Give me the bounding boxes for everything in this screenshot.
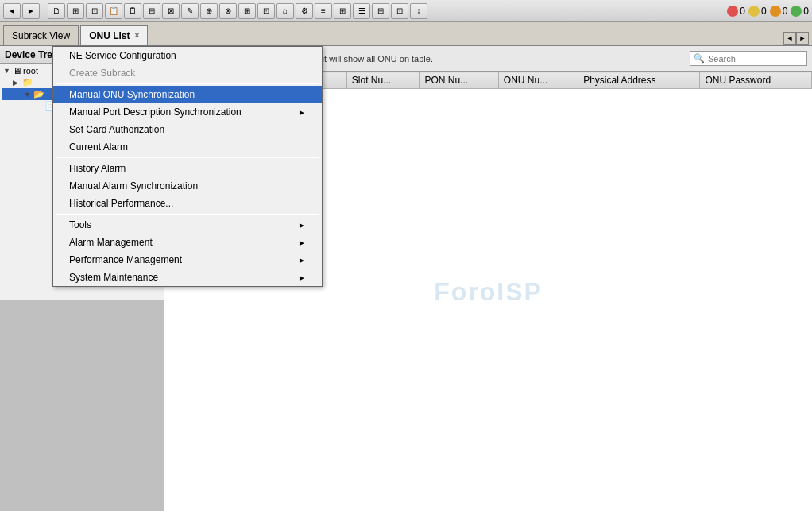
col-slot-num: Slot Nu...	[346, 72, 420, 89]
menu-set-card-label: Set Card Authorization	[69, 124, 164, 135]
menu-tools-label: Tools	[69, 219, 91, 230]
menu-historical-perf[interactable]: Historical Performance...	[53, 195, 322, 212]
green-circle	[791, 6, 802, 17]
yellow-circle	[748, 6, 760, 17]
menu-manual-onu-label: Manual ONU Synchronization	[69, 89, 195, 100]
orange-circle	[770, 6, 781, 17]
toolbar: ◄ ► 🗋 ⊞ ⊡ 📋 🗒 ⊟ ⊠ ✎ ⊕ ⊗ ⊞ ⊡ ⌂ ⚙ ≡ ⊞ ☰ ⊟ …	[0, 0, 812, 22]
menu-alarm-mgmt-label: Alarm Management	[69, 237, 153, 248]
toolbar-btn-14[interactable]: ⚙	[296, 3, 313, 19]
toolbar-btn-10[interactable]: ⊗	[219, 3, 237, 19]
menu-sys-maintenance-label: System Maintenance	[69, 272, 158, 283]
col-pon-num: PON Nu...	[420, 72, 498, 89]
menu-ne-service-config[interactable]: NE Service Configuration	[53, 47, 322, 64]
menu-ne-service-label: NE Service Configuration	[69, 50, 176, 61]
col-physical-address: Physical Address	[578, 72, 700, 89]
tab-onu-list[interactable]: ONU List ×	[80, 25, 148, 45]
tree-label-1	[35, 78, 37, 87]
submenu-arrow-5: ►	[298, 273, 306, 282]
win-control-orange: 0	[770, 6, 788, 17]
watermark: ForoISP	[434, 277, 543, 306]
tree-label-2	[46, 90, 48, 99]
green-label: 0	[803, 6, 809, 17]
menu-separator-3	[56, 214, 319, 215]
toolbar-btn-16[interactable]: ⊞	[334, 3, 351, 19]
tab-subrack-view[interactable]: Subrack View	[3, 25, 79, 45]
toolbar-btn-5[interactable]: 🗒	[124, 3, 141, 19]
toolbar-btn-8[interactable]: ✎	[181, 3, 199, 19]
tab-onu-label: ONU List	[89, 30, 130, 41]
menu-separator-1	[56, 83, 319, 84]
menu-history-alarm-label: History Alarm	[69, 163, 126, 174]
toolbar-btn-11[interactable]: ⊞	[238, 3, 256, 19]
menu-tools[interactable]: Tools ►	[53, 216, 322, 234]
menu-manual-alarm-sync[interactable]: Manual Alarm Synchronization	[53, 177, 322, 195]
toolbar-btn-19[interactable]: ⊡	[391, 3, 408, 19]
toolbar-btn-4[interactable]: 📋	[105, 3, 122, 19]
menu-sys-maintenance[interactable]: System Maintenance ►	[53, 269, 322, 286]
toolbar-btn-15[interactable]: ≡	[315, 3, 332, 19]
win-control-green: 0	[791, 6, 809, 17]
tab-navigation: ◄ ►	[783, 32, 812, 45]
menu-current-alarm[interactable]: Current Alarm	[53, 138, 322, 156]
submenu-arrow-1: ►	[298, 108, 306, 117]
submenu-arrow-3: ►	[298, 238, 306, 247]
menu-history-alarm[interactable]: History Alarm	[53, 160, 322, 177]
tab-close-icon[interactable]: ×	[135, 31, 140, 40]
win-control-yellow: 0	[748, 6, 767, 17]
menu-manual-port-label: Manual Port Description Synchronization	[69, 106, 242, 118]
tree-icon-root: 🖥	[13, 66, 21, 75]
win-control-red: 0	[727, 6, 745, 17]
toolbar-btn-2[interactable]: ⊞	[67, 3, 84, 19]
yellow-label: 0	[761, 6, 767, 17]
menu-historical-perf-label: Historical Performance...	[69, 198, 173, 209]
menu-create-subrack: Create Subrack	[53, 64, 322, 82]
toolbar-btn-17[interactable]: ☰	[353, 3, 370, 19]
toolbar-btn-7[interactable]: ⊠	[162, 3, 180, 19]
menu-perf-mgmt[interactable]: Performance Management ►	[53, 251, 322, 269]
menu-set-card-auth[interactable]: Set Card Authorization	[53, 121, 322, 138]
menu-manual-onu-sync[interactable]: Manual ONU Synchronization	[53, 86, 322, 103]
menu-alarm-mgmt[interactable]: Alarm Management ►	[53, 234, 322, 251]
submenu-arrow-2: ►	[298, 221, 306, 230]
tree-arrow-1: ▶	[13, 79, 22, 87]
toolbar-btn-1[interactable]: 🗋	[48, 3, 65, 19]
window-controls: 0 0 0 0	[727, 6, 809, 17]
toolbar-btn-18[interactable]: ⊟	[372, 3, 389, 19]
menu-manual-port-desc[interactable]: Manual Port Description Synchronization …	[53, 103, 322, 121]
menu-perf-mgmt-label: Performance Management	[69, 254, 182, 265]
tab-bar: Subrack View ONU List × ◄ ►	[0, 22, 812, 46]
col-onu-password: ONU Password	[700, 72, 812, 89]
red-label: 0	[740, 6, 745, 17]
toolbar-btn-20[interactable]: ↕	[410, 3, 427, 19]
forward-button[interactable]: ►	[22, 3, 40, 19]
device-tree-title: Device Tree	[5, 49, 58, 60]
tree-icon-2: 📂	[33, 89, 44, 99]
submenu-arrow-4: ►	[298, 256, 306, 265]
tree-icon-1: 📁	[22, 77, 33, 87]
search-box: 🔍	[690, 51, 807, 66]
back-button[interactable]: ◄	[3, 3, 21, 19]
orange-label: 0	[783, 6, 788, 17]
toolbar-btn-12[interactable]: ⊡	[257, 3, 275, 19]
tree-arrow-2: ▼	[24, 91, 33, 99]
toolbar-btn-9[interactable]: ⊕	[200, 3, 218, 19]
search-icon: 🔍	[694, 53, 705, 64]
toolbar-btn-13[interactable]: ⌂	[276, 3, 294, 19]
tab-nav-prev[interactable]: ◄	[783, 32, 796, 45]
tab-nav-next[interactable]: ►	[796, 32, 809, 45]
toolbar-buttons: ◄ ► 🗋 ⊞ ⊡ 📋 🗒 ⊟ ⊠ ✎ ⊕ ⊗ ⊞ ⊡ ⌂ ⚙ ≡ ⊞ ☰ ⊟ …	[3, 3, 427, 19]
toolbar-btn-6[interactable]: ⊟	[143, 3, 160, 19]
menu-separator-2	[56, 157, 319, 158]
col-onu-num: ONU Nu...	[498, 72, 578, 89]
tree-arrow-3	[35, 103, 44, 110]
tree-arrow-root: ▼	[3, 67, 13, 75]
menu-current-alarm-label: Current Alarm	[69, 141, 128, 153]
menu-create-subrack-label: Create Subrack	[69, 68, 135, 79]
tab-subrack-label: Subrack View	[12, 30, 70, 41]
toolbar-btn-3[interactable]: ⊡	[86, 3, 103, 19]
menu-manual-alarm-label: Manual Alarm Synchronization	[69, 180, 198, 192]
red-circle	[727, 6, 738, 17]
search-input[interactable]	[708, 54, 795, 64]
context-menu: NE Service Configuration Create Subrack …	[52, 46, 323, 287]
